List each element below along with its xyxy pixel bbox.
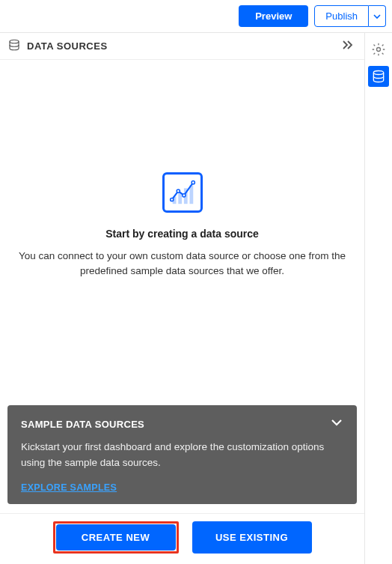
- empty-state-description: You can connect to your own custom data …: [15, 249, 349, 278]
- svg-point-0: [10, 40, 19, 43]
- database-icon: [371, 69, 386, 84]
- data-sources-rail-button[interactable]: [368, 66, 389, 87]
- top-toolbar: Preview Publish: [0, 0, 392, 33]
- gear-icon: [371, 42, 386, 57]
- settings-rail-button[interactable]: [368, 39, 389, 60]
- action-bar: CREATE NEW USE EXISTING: [0, 513, 364, 564]
- caret-down-icon: [373, 13, 381, 20]
- use-existing-button[interactable]: USE EXISTING: [192, 521, 312, 554]
- chevron-double-right-icon: [342, 40, 354, 50]
- sample-data-sources-card: SAMPLE DATA SOURCES Kickstart your first…: [7, 405, 357, 504]
- collapse-panel-button[interactable]: [339, 40, 357, 52]
- empty-state-title: Start by creating a data source: [105, 228, 259, 240]
- publish-button[interactable]: Publish: [314, 5, 369, 27]
- explore-samples-link[interactable]: EXPLORE SAMPLES: [21, 482, 117, 493]
- svg-rect-4: [189, 186, 193, 204]
- sample-card-toggle[interactable]: [330, 417, 343, 431]
- create-new-button[interactable]: CREATE NEW: [56, 524, 176, 551]
- chart-icon: [162, 172, 203, 213]
- svg-point-8: [192, 181, 195, 184]
- publish-split-button: Publish: [314, 5, 386, 27]
- svg-point-10: [373, 71, 383, 75]
- sample-card-description: Kickstart your first dashboard and explo…: [21, 440, 343, 471]
- chevron-down-icon: [330, 417, 343, 428]
- panel-title: DATA SOURCES: [27, 40, 333, 52]
- data-source-icon: [7, 38, 21, 55]
- svg-point-9: [377, 48, 381, 52]
- right-rail: [365, 33, 392, 564]
- publish-dropdown-button[interactable]: [369, 5, 386, 27]
- preview-button[interactable]: Preview: [239, 5, 308, 27]
- sample-card-title: SAMPLE DATA SOURCES: [21, 419, 144, 430]
- svg-point-5: [170, 198, 173, 201]
- svg-point-7: [182, 194, 185, 197]
- create-new-highlight: CREATE NEW: [53, 521, 179, 554]
- empty-state: Start by creating a data source You can …: [0, 60, 364, 405]
- panel-header: DATA SOURCES: [0, 33, 364, 60]
- svg-point-6: [177, 189, 180, 192]
- data-sources-panel: DATA SOURCES: [0, 33, 365, 564]
